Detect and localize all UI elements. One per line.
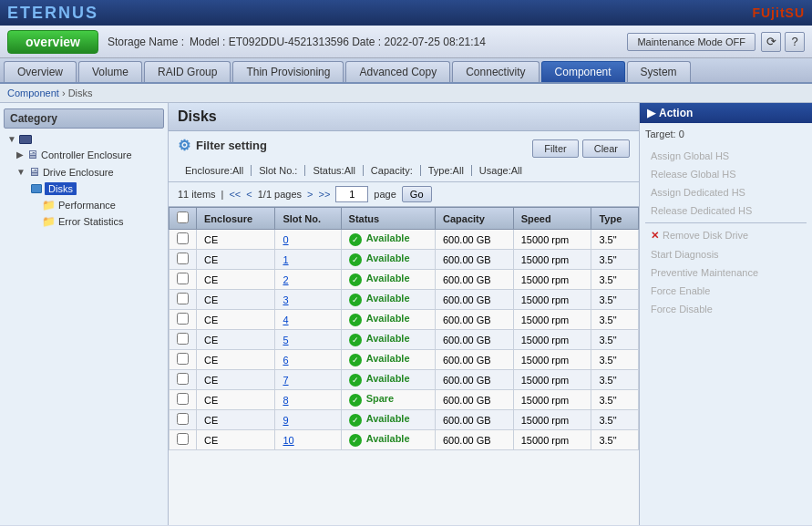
- status-text-10: Available: [366, 433, 410, 444]
- action-remove-disk-drive[interactable]: ✕Remove Disk Drive: [645, 226, 807, 245]
- row-slot-6[interactable]: 6: [275, 350, 341, 370]
- go-button[interactable]: Go: [402, 186, 432, 202]
- table-row: CE 1 Available 600.00 GB 15000 rpm 3.5": [170, 250, 639, 270]
- storage-info: Storage Name : Model : ET092DDU-45213135…: [108, 36, 486, 48]
- row-slot-9[interactable]: 9: [275, 410, 341, 430]
- row-check-0[interactable]: [170, 230, 197, 250]
- table-row: CE 6 Available 600.00 GB 15000 rpm 3.5": [170, 350, 639, 370]
- row-type-2: 3.5": [591, 270, 639, 290]
- tab-component[interactable]: Component: [541, 61, 625, 82]
- sidebar-item-controller-enclosure[interactable]: ▶ 🖥 Controller Enclosure: [15, 146, 164, 163]
- row-check-7[interactable]: [170, 370, 197, 390]
- nav-first[interactable]: <<: [229, 189, 241, 200]
- row-enclosure-6: CE: [197, 350, 275, 370]
- filter-capacity[interactable]: Capacity:: [364, 165, 421, 176]
- row-check-6[interactable]: [170, 350, 197, 370]
- row-enclosure-4: CE: [197, 310, 275, 330]
- row-check-8[interactable]: [170, 390, 197, 410]
- row-check-9[interactable]: [170, 410, 197, 430]
- tab-connectivity[interactable]: Connectivity: [452, 61, 539, 82]
- maintenance-mode-button[interactable]: Maintenance Mode OFF: [627, 33, 755, 51]
- sidebar-label-error-statistics: Error Statistics: [58, 216, 124, 227]
- row-slot-3[interactable]: 3: [275, 290, 341, 310]
- row-check-4[interactable]: [170, 310, 197, 330]
- tab-thin-provisioning[interactable]: Thin Provisioning: [232, 61, 344, 82]
- row-speed-8: 15000 rpm: [513, 390, 591, 410]
- row-capacity-0: 600.00 GB: [435, 230, 513, 250]
- tab-volume[interactable]: Volume: [78, 61, 142, 82]
- row-slot-8[interactable]: 8: [275, 390, 341, 410]
- row-check-5[interactable]: [170, 330, 197, 350]
- refresh-button[interactable]: ⟳: [761, 32, 781, 52]
- help-button[interactable]: ?: [785, 32, 805, 52]
- action-release-global-hs[interactable]: Release Global HS: [645, 165, 807, 183]
- row-slot-2[interactable]: 2: [275, 270, 341, 290]
- action-force-enable[interactable]: Force Enable: [645, 282, 807, 300]
- row-status-2: Available: [341, 270, 435, 290]
- action-assign-global-hs[interactable]: Assign Global HS: [645, 147, 807, 165]
- filter-enclosure[interactable]: Enclosure:All: [178, 165, 252, 176]
- tab-overview[interactable]: Overview: [4, 61, 77, 82]
- expand-icon-de: ▼: [16, 167, 26, 177]
- filter-button[interactable]: Filter: [532, 139, 578, 158]
- table-row: CE 3 Available 600.00 GB 15000 rpm 3.5": [170, 290, 639, 310]
- nav-last[interactable]: >>: [319, 189, 331, 200]
- page-input[interactable]: [335, 186, 368, 202]
- filter-usage[interactable]: Usage:All: [472, 165, 529, 176]
- filter-status[interactable]: Status:All: [305, 165, 363, 176]
- sidebar-item-root[interactable]: ▼: [5, 132, 164, 146]
- row-check-1[interactable]: [170, 250, 197, 270]
- col-check: [170, 208, 197, 230]
- row-slot-0[interactable]: 0: [275, 230, 341, 250]
- breadcrumb: Component › Disks: [0, 84, 812, 103]
- row-capacity-6: 600.00 GB: [435, 350, 513, 370]
- tab-advanced-copy[interactable]: Advanced Copy: [345, 61, 450, 82]
- nav-next[interactable]: >: [307, 189, 313, 200]
- row-check-2[interactable]: [170, 270, 197, 290]
- action-assign-dedicated-hs[interactable]: Assign Dedicated HS: [645, 183, 807, 201]
- row-slot-1[interactable]: 1: [275, 250, 341, 270]
- breadcrumb-current: Disks: [68, 88, 93, 98]
- clear-button[interactable]: Clear: [582, 139, 630, 158]
- nav-tabs: Overview Volume RAID Group Thin Provisio…: [0, 58, 812, 84]
- table-row: CE 2 Available 600.00 GB 15000 rpm 3.5": [170, 270, 639, 290]
- col-speed: Speed: [513, 208, 591, 230]
- status-icon-1: [349, 253, 362, 266]
- sidebar-item-drive-enclosure[interactable]: ▼ 🖥 Drive Enclosure: [15, 163, 164, 180]
- row-check-3[interactable]: [170, 290, 197, 310]
- table-row: CE 10 Available 600.00 GB 15000 rpm 3.5": [170, 430, 639, 450]
- status-icon-9: [349, 414, 362, 427]
- table-row: CE 5 Available 600.00 GB 15000 rpm 3.5": [170, 330, 639, 350]
- row-speed-6: 15000 rpm: [513, 350, 591, 370]
- sidebar-item-performance[interactable]: 📁 Performance: [40, 197, 164, 213]
- filter-type[interactable]: Type:All: [421, 165, 472, 176]
- table-row: CE 0 Available 600.00 GB 15000 rpm 3.5": [170, 230, 639, 250]
- action-preventive-maintenance[interactable]: Preventive Maintenance: [645, 263, 807, 282]
- tab-system[interactable]: System: [627, 61, 691, 82]
- fujitsu-logo: FUjitSU: [752, 5, 805, 20]
- row-type-10: 3.5": [591, 430, 639, 450]
- status-icon-0: [349, 233, 362, 246]
- row-status-1: Available: [341, 250, 435, 270]
- nav-prev[interactable]: <: [246, 189, 252, 200]
- row-type-9: 3.5": [591, 410, 639, 430]
- tab-raid-group[interactable]: RAID Group: [144, 61, 231, 82]
- action-release-dedicated-hs[interactable]: Release Dedicated HS: [645, 201, 807, 220]
- row-slot-10[interactable]: 10: [275, 430, 341, 450]
- row-speed-10: 15000 rpm: [513, 430, 591, 450]
- breadcrumb-parent[interactable]: Component: [7, 88, 59, 98]
- row-slot-4[interactable]: 4: [275, 310, 341, 330]
- action-start-diagnosis[interactable]: Start Diagnosis: [645, 245, 807, 263]
- select-all-checkbox[interactable]: [177, 211, 189, 223]
- normal-status-button[interactable]: overview: [7, 30, 98, 54]
- row-slot-7[interactable]: 7: [275, 370, 341, 390]
- sidebar-item-disks[interactable]: Disks: [29, 180, 164, 197]
- row-check-10[interactable]: [170, 430, 197, 450]
- filter-slot[interactable]: Slot No.:: [252, 165, 305, 176]
- action-force-disable[interactable]: Force Disable: [645, 300, 807, 318]
- sidebar-item-error-statistics[interactable]: 📁 Error Statistics: [40, 213, 164, 230]
- row-slot-5[interactable]: 5: [275, 330, 341, 350]
- col-slot: Slot No.: [275, 208, 341, 230]
- row-capacity-5: 600.00 GB: [435, 330, 513, 350]
- row-type-5: 3.5": [591, 330, 639, 350]
